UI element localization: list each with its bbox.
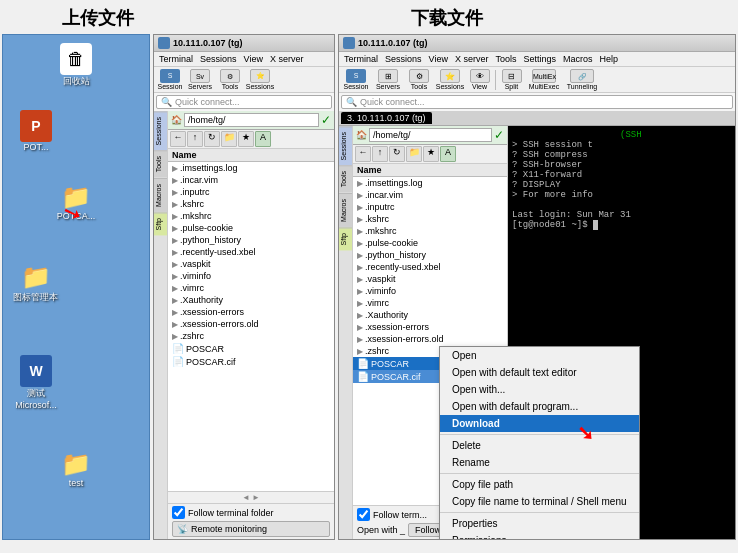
- r-btn-view[interactable]: 👁 View: [467, 69, 492, 90]
- list-item[interactable]: ▶.incar.vim: [168, 174, 334, 186]
- follow-terminal-checkbox[interactable]: [172, 506, 185, 519]
- list-item[interactable]: ▶.xsession-errors: [168, 306, 334, 318]
- r-list-item[interactable]: ▶.xsession-errors.old: [353, 333, 507, 345]
- r-list-item[interactable]: ▶.python_history: [353, 249, 507, 261]
- menu-view[interactable]: View: [241, 53, 266, 65]
- r-list-item[interactable]: ▶.kshrc: [353, 213, 507, 225]
- r-list-item[interactable]: ▶.xsession-errors: [353, 321, 507, 333]
- list-item-poscar[interactable]: 📄POSCAR: [168, 342, 334, 355]
- tab-macros[interactable]: Macros: [154, 178, 167, 212]
- recycle-bin-icon[interactable]: 🗑 回收站: [51, 43, 101, 88]
- ft-btn4[interactable]: 📁: [221, 131, 237, 147]
- right-quick-connect[interactable]: 🔍 Quick connect...: [341, 95, 733, 109]
- r-btn-sessions2[interactable]: ⭐ Sessions: [435, 69, 465, 90]
- r-btn-tools[interactable]: ⚙ Tools: [405, 69, 433, 90]
- r-btn-split[interactable]: ⊟ Split: [499, 69, 524, 90]
- r-btn-multiexec[interactable]: MultiEx MultiExec: [526, 69, 562, 90]
- rft-btn1[interactable]: ←: [355, 146, 371, 162]
- ctx-copy-name[interactable]: Copy file name to terminal / Shell menu: [440, 493, 639, 510]
- ft-btn5[interactable]: ★: [238, 131, 254, 147]
- ft-btn6[interactable]: A: [255, 131, 271, 147]
- tab-sftp[interactable]: Sftp: [154, 212, 167, 235]
- r-list-item[interactable]: ▶.pulse-cookie: [353, 237, 507, 249]
- r-tab-sftp[interactable]: Sftp: [339, 227, 352, 250]
- list-item[interactable]: ▶.python_history: [168, 234, 334, 246]
- list-item[interactable]: ▶.xsession-errors.old: [168, 318, 334, 330]
- r-list-item[interactable]: ▶.mkshrc: [353, 225, 507, 237]
- r-menu-sessions[interactable]: Sessions: [382, 53, 425, 65]
- context-menu[interactable]: Open Open with default text editor Open …: [439, 346, 640, 539]
- list-item[interactable]: ▶.kshrc: [168, 198, 334, 210]
- ctx-open-default-prog[interactable]: Open with default program...: [440, 398, 639, 415]
- ft-btn2[interactable]: ↑: [187, 131, 203, 147]
- list-item[interactable]: ▶.recently-used.xbel: [168, 246, 334, 258]
- r-tab-tools[interactable]: Tools: [339, 165, 352, 192]
- r-tab-sessions[interactable]: Sessions: [339, 126, 352, 165]
- session-tab[interactable]: 3. 10.111.0.107 (tg): [341, 112, 432, 124]
- follow-terminal-label[interactable]: Follow terminal folder: [172, 506, 330, 519]
- r-menu-view[interactable]: View: [426, 53, 451, 65]
- rft-btn5[interactable]: ★: [423, 146, 439, 162]
- btn-servers[interactable]: Sv Servers: [186, 69, 214, 90]
- test-folder-icon[interactable]: 📁 test: [51, 450, 101, 488]
- left-file-list[interactable]: ▶.imsettings.log ▶.incar.vim ▶.inputrc ▶…: [168, 162, 334, 491]
- list-item[interactable]: ▶.imsettings.log: [168, 162, 334, 174]
- ctx-rename[interactable]: Rename: [440, 454, 639, 471]
- list-item-poscar-cif[interactable]: 📄POSCAR.cif: [168, 355, 334, 368]
- r-list-item[interactable]: ▶.recently-used.xbel: [353, 261, 507, 273]
- ctx-copy-path[interactable]: Copy file path: [440, 476, 639, 493]
- ft-btn1[interactable]: ←: [170, 131, 186, 147]
- list-item[interactable]: ▶.Xauthority: [168, 294, 334, 306]
- btn-tools[interactable]: ⚙ Tools: [216, 69, 244, 90]
- list-item[interactable]: ▶.vaspkit: [168, 258, 334, 270]
- ctx-delete[interactable]: Delete: [440, 437, 639, 454]
- ctx-open-default-text[interactable]: Open with default text editor: [440, 364, 639, 381]
- list-item[interactable]: ▶.mkshrc: [168, 210, 334, 222]
- r-tab-macros[interactable]: Macros: [339, 193, 352, 227]
- rft-btn2[interactable]: ↑: [372, 146, 388, 162]
- ctx-properties[interactable]: Properties: [440, 515, 639, 532]
- r-list-item[interactable]: ▶.imsettings.log: [353, 177, 507, 189]
- r-menu-settings[interactable]: Settings: [520, 53, 559, 65]
- menu-xserver[interactable]: X server: [267, 53, 307, 65]
- btn-sessions2[interactable]: ⭐ Sessions: [246, 69, 274, 90]
- tab-tools[interactable]: Tools: [154, 150, 167, 177]
- r-btn-session[interactable]: S Session: [341, 69, 371, 90]
- ppt-icon[interactable]: P POT...: [11, 110, 61, 152]
- word-icon[interactable]: W 测试Microsof...: [11, 355, 61, 410]
- ctx-permissions[interactable]: Permissions: [440, 532, 639, 539]
- list-item[interactable]: ▶.vimrc: [168, 282, 334, 294]
- r-list-item[interactable]: ▶.incar.vim: [353, 189, 507, 201]
- r-menu-help[interactable]: Help: [596, 53, 621, 65]
- remote-monitoring-btn[interactable]: 📡 Remote monitoring: [172, 521, 330, 537]
- r-menu-terminal[interactable]: Terminal: [341, 53, 381, 65]
- folder2-icon[interactable]: 📁 图标管理本: [8, 263, 63, 304]
- rft-btn3[interactable]: ↻: [389, 146, 405, 162]
- ctx-open[interactable]: Open: [440, 347, 639, 364]
- list-item[interactable]: ▶.viminfo: [168, 270, 334, 282]
- r-btn-tunneling[interactable]: 🔗 Tunneling: [564, 69, 600, 90]
- r-menu-tools[interactable]: Tools: [492, 53, 519, 65]
- btn-session[interactable]: S Session: [156, 69, 184, 90]
- r-menu-xserver[interactable]: X server: [452, 53, 492, 65]
- r-list-item[interactable]: ▶.vimrc: [353, 297, 507, 309]
- left-path-input[interactable]: [184, 113, 319, 127]
- r-menu-macros[interactable]: Macros: [560, 53, 596, 65]
- list-item[interactable]: ▶.pulse-cookie: [168, 222, 334, 234]
- list-item[interactable]: ▶.zshrc: [168, 330, 334, 342]
- list-item[interactable]: ▶.inputrc: [168, 186, 334, 198]
- menu-sessions[interactable]: Sessions: [197, 53, 240, 65]
- ctx-open-with[interactable]: Open with...: [440, 381, 639, 398]
- r-list-item[interactable]: ▶.inputrc: [353, 201, 507, 213]
- rft-btn4[interactable]: 📁: [406, 146, 422, 162]
- ctx-download[interactable]: Download: [440, 415, 639, 432]
- ft-btn3[interactable]: ↻: [204, 131, 220, 147]
- r-list-item[interactable]: ▶.vaspkit: [353, 273, 507, 285]
- right-path-input[interactable]: [369, 128, 492, 142]
- r-list-item[interactable]: ▶.Xauthority: [353, 309, 507, 321]
- r-btn-servers[interactable]: ⊞ Servers: [373, 69, 403, 90]
- menu-terminal[interactable]: Terminal: [156, 53, 196, 65]
- tab-sessions[interactable]: Sessions: [154, 111, 167, 150]
- rft-btn6[interactable]: A: [440, 146, 456, 162]
- r-follow-terminal-checkbox[interactable]: [357, 508, 370, 521]
